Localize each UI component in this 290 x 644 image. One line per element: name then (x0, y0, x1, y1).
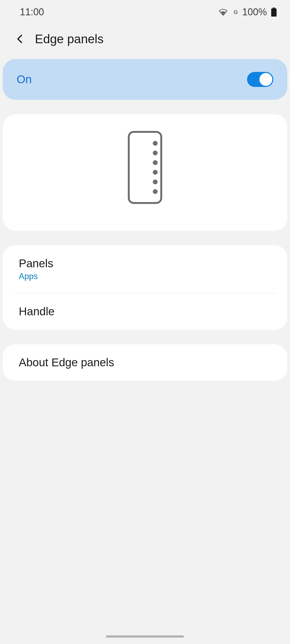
master-toggle-label: On (17, 73, 32, 86)
battery-percent: 100% (242, 6, 267, 18)
master-toggle-switch[interactable] (247, 72, 273, 87)
dot-icon (153, 180, 158, 184)
list-item-title: About Edge panels (19, 356, 271, 369)
back-icon[interactable] (15, 34, 25, 44)
list-item-title: Handle (19, 305, 271, 318)
page-title: Edge panels (35, 32, 104, 46)
preview-card (3, 114, 287, 231)
toggle-knob (259, 73, 272, 86)
battery-icon (271, 8, 277, 17)
header: Edge panels (0, 24, 290, 59)
wifi-icon (219, 9, 228, 16)
status-bar: 11:00 G 100% (0, 0, 290, 24)
dot-icon (153, 141, 158, 146)
list-item-title: Panels (19, 257, 271, 270)
master-toggle-card[interactable]: On (3, 59, 287, 100)
dot-icon (153, 160, 158, 165)
edge-panel-dots (153, 141, 158, 194)
network-indicator: G (234, 9, 238, 15)
dot-icon (153, 170, 158, 175)
phone-preview-icon (128, 131, 162, 204)
about-card: About Edge panels (3, 344, 287, 381)
svg-rect-0 (273, 8, 275, 8)
panels-item[interactable]: Panels Apps (3, 245, 287, 293)
navigation-handle[interactable] (106, 635, 184, 638)
handle-item[interactable]: Handle (3, 293, 287, 330)
status-right: G 100% (219, 6, 277, 18)
dot-icon (153, 151, 158, 155)
status-time: 11:00 (20, 6, 44, 18)
options-list-card: Panels Apps Handle (3, 245, 287, 330)
dot-icon (153, 189, 158, 194)
about-item[interactable]: About Edge panels (3, 344, 287, 381)
list-item-subtitle: Apps (19, 272, 271, 281)
svg-rect-1 (271, 9, 277, 17)
